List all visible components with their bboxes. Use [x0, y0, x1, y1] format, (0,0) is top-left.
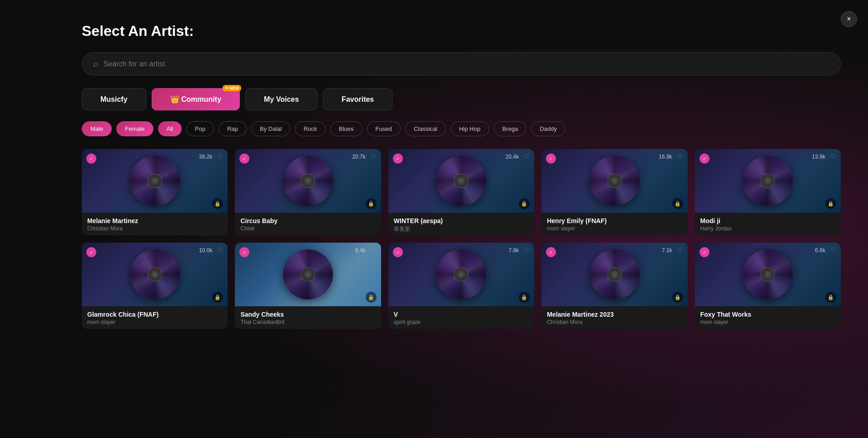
filter-male[interactable]: Male — [82, 121, 112, 136]
vinyl-disc — [590, 156, 640, 206]
vinyl-disc — [590, 249, 640, 299]
like-count: 8.4k — [355, 247, 366, 254]
like-count: 16.9k — [659, 154, 672, 160]
filter-brega[interactable]: Brega — [494, 121, 527, 136]
artist-creator: Christian Mora — [547, 319, 682, 325]
artist-creator: 草美里 — [394, 225, 529, 233]
artist-creator: Harry Jordan — [700, 225, 835, 232]
heart-icon[interactable]: ♡ — [217, 246, 223, 254]
close-button[interactable]: × — [841, 11, 857, 27]
check-icon: ✓ — [703, 156, 706, 161]
vinyl-center — [607, 267, 622, 282]
filter-all[interactable]: All — [158, 121, 182, 136]
artist-card[interactable]: ✓ 6.6k ♡ 🔒 Foxy That Works mom slayer — [695, 243, 841, 329]
vinyl-center — [454, 174, 468, 188]
vinyl-disc — [283, 249, 333, 299]
card-image: ✓ 6.6k ♡ 🔒 — [695, 243, 841, 306]
search-icon: ⌕ — [93, 59, 98, 69]
card-image: ✓ 13.9k ♡ 🔒 — [695, 149, 841, 213]
verified-badge: ✓ — [393, 154, 403, 164]
filter-rap[interactable]: Rap — [218, 121, 247, 136]
artist-creator: Chloe — [240, 225, 375, 232]
artist-name: Henry Emily (FNAF) — [547, 217, 682, 224]
search-input[interactable] — [104, 60, 829, 68]
card-image: ✓ 10.0k ♡ 🔒 — [82, 243, 228, 306]
filter-fused[interactable]: Fused — [367, 121, 401, 136]
artist-card[interactable]: ✓ 16.9k ♡ 🔒 Henry Emily (FNAF) mom slaye… — [541, 149, 687, 235]
card-info: WINTER (aespa) 草美里 — [388, 213, 534, 235]
heart-icon[interactable]: ♡ — [677, 246, 683, 254]
artist-name: Sandy Cheeks — [240, 311, 375, 318]
like-count: 7.8k — [509, 247, 519, 254]
tab-musicfy[interactable]: Musicfy — [82, 88, 146, 110]
like-count: 20.4k — [506, 154, 519, 160]
filter-pop[interactable]: Pop — [186, 121, 214, 136]
card-info: V spirit graze — [388, 306, 534, 329]
cards-grid: ✓ 36.2k ♡ 🔒 Melanie Martinez Christian M… — [82, 149, 841, 329]
heart-icon[interactable]: ♡ — [677, 153, 683, 160]
vinyl-disc — [283, 156, 333, 206]
heart-icon[interactable]: ♡ — [217, 153, 223, 160]
vinyl-disc — [743, 156, 793, 206]
vinyl-center — [301, 267, 315, 282]
filter-by-dalal[interactable]: By Dalal — [251, 121, 290, 136]
artist-card[interactable]: ✓ 20.4k ♡ 🔒 WINTER (aespa) 草美里 — [388, 149, 534, 235]
card-image: ✓ 8.4k ♡ 🔒 — [235, 243, 381, 306]
tab-my-voices[interactable]: My Voices — [245, 88, 317, 110]
tab-community[interactable]: 👑 Community✦ NEW — [152, 88, 240, 110]
artist-name: Melanie Martinez 2023 — [547, 311, 682, 318]
check-icon: ✓ — [396, 250, 400, 255]
heart-icon[interactable]: ♡ — [371, 153, 377, 160]
filter-hip-hop[interactable]: Hip Hop — [451, 121, 489, 136]
artist-name: Glamrock Chica (FNAF) — [87, 311, 222, 318]
artist-creator: Christian Mora — [87, 225, 222, 232]
lock-icon: 🔒 — [825, 198, 836, 209]
heart-icon[interactable]: ♡ — [830, 246, 836, 254]
check-icon: ✓ — [243, 250, 246, 255]
filter-rock[interactable]: Rock — [295, 121, 326, 136]
card-info: Circus Baby Chloe — [235, 213, 381, 235]
lock-icon: 🔒 — [519, 292, 530, 303]
heart-icon[interactable]: ♡ — [830, 153, 836, 160]
vinyl-center — [454, 267, 468, 282]
tab-favorites[interactable]: Favorites — [323, 88, 392, 110]
artist-name: Foxy That Works — [700, 311, 835, 318]
like-count: 7.1k — [662, 247, 672, 254]
artist-name: V — [394, 311, 529, 318]
my-voices-label: My Voices — [264, 95, 299, 103]
artist-card[interactable]: ✓ 13.9k ♡ 🔒 Modi ji Harry Jordan — [695, 149, 841, 235]
filter-blues[interactable]: Blues — [330, 121, 362, 136]
like-count: 20.7k — [352, 154, 365, 160]
vinyl-center — [301, 174, 315, 188]
card-image: ✓ 16.9k ♡ 🔒 — [541, 149, 687, 213]
artist-card[interactable]: ✓ 7.1k ♡ 🔒 Melanie Martinez 2023 Christi… — [541, 243, 687, 329]
vinyl-disc — [436, 249, 486, 299]
lock-icon: 🔒 — [672, 198, 683, 209]
heart-icon[interactable]: ♡ — [524, 153, 530, 160]
heart-icon[interactable]: ♡ — [524, 246, 530, 254]
artist-card[interactable]: ✓ 10.0k ♡ 🔒 Glamrock Chica (FNAF) mom sl… — [82, 243, 228, 329]
filter-female[interactable]: Female — [116, 121, 153, 136]
card-info: Sandy Cheeks That CanadianBrit — [235, 306, 381, 329]
filter-daddy[interactable]: Daddy — [531, 121, 565, 136]
filter-classical[interactable]: Classical — [405, 121, 446, 136]
artist-card[interactable]: ✓ 20.7k ♡ 🔒 Circus Baby Chloe — [235, 149, 381, 235]
artist-name: Circus Baby — [240, 217, 375, 224]
artist-card[interactable]: ✓ 7.8k ♡ 🔒 V spirit graze — [388, 243, 534, 329]
card-image: ✓ 7.1k ♡ 🔒 — [541, 243, 687, 306]
check-icon: ✓ — [89, 156, 93, 161]
verified-badge: ✓ — [86, 154, 96, 164]
vinyl-center — [607, 174, 622, 188]
vinyl-disc — [130, 156, 180, 206]
vinyl-disc — [130, 249, 180, 299]
artist-card[interactable]: ✓ 36.2k ♡ 🔒 Melanie Martinez Christian M… — [82, 149, 228, 235]
artist-name: WINTER (aespa) — [394, 217, 529, 224]
vinyl-center — [760, 174, 775, 188]
check-icon: ✓ — [549, 156, 553, 161]
musicfy-label: Musicfy — [100, 95, 128, 103]
artist-card[interactable]: ✓ 8.4k ♡ 🔒 Sandy Cheeks That CanadianBri… — [235, 243, 381, 329]
card-image: ✓ 36.2k ♡ 🔒 — [82, 149, 228, 213]
lock-icon: 🔒 — [366, 292, 377, 303]
heart-icon[interactable]: ♡ — [371, 246, 377, 254]
card-info: Henry Emily (FNAF) mom slayer — [541, 213, 687, 235]
